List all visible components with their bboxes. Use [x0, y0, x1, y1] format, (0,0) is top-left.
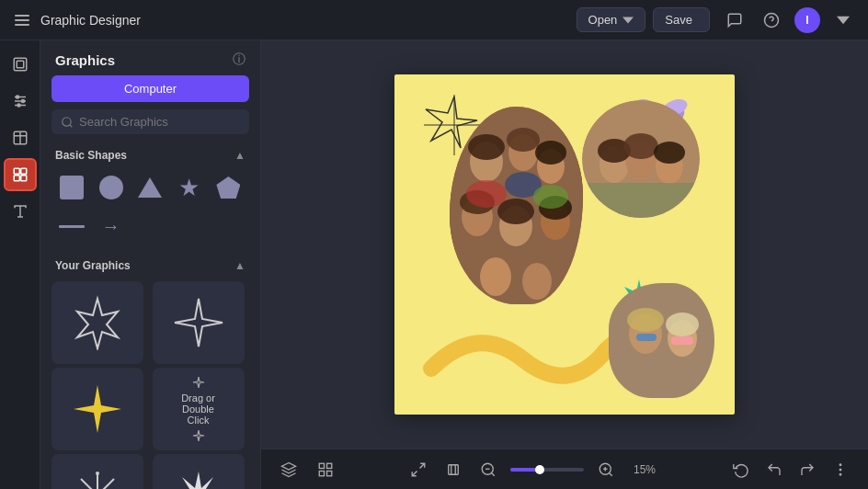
topbar: Graphic Designer Open Save I: [0, 0, 868, 40]
bottombar: 15%: [261, 449, 868, 489]
left-panel: Graphics ⓘ Computer Basic Shapes ▲ ★ → Y…: [40, 40, 261, 489]
svg-line-90: [491, 472, 494, 475]
zoom-out-icon[interactable]: [475, 457, 501, 483]
zoom-in-icon[interactable]: [593, 457, 619, 483]
topbar-center: Open Save: [577, 7, 710, 32]
graphic-item-tooltip[interactable]: Drag or Double Click: [153, 368, 245, 450]
svg-point-52: [468, 134, 505, 160]
search-input[interactable]: [79, 115, 240, 129]
graphic-item-star2[interactable]: [153, 281, 245, 364]
svg-rect-77: [636, 334, 657, 341]
topbar-left: Graphic Designer: [11, 11, 565, 29]
svg-marker-21: [77, 299, 118, 348]
shapes-grid: ★ →: [40, 167, 260, 254]
svg-rect-80: [319, 463, 324, 468]
svg-point-75: [627, 308, 664, 332]
svg-point-68: [654, 142, 685, 164]
svg-marker-23: [74, 385, 121, 433]
svg-rect-13: [14, 168, 19, 174]
tab-row: Computer: [40, 75, 260, 109]
svg-rect-86: [449, 464, 459, 474]
canvas-wrapper[interactable]: [261, 40, 868, 449]
svg-marker-24: [193, 377, 204, 388]
svg-point-56: [497, 199, 534, 224]
app-title: Graphic Designer: [40, 13, 141, 28]
topbar-right: I: [721, 6, 857, 34]
expand-icon[interactable]: [405, 457, 431, 483]
chat-icon[interactable]: [721, 6, 748, 34]
zoom-control: [510, 468, 584, 472]
your-graphics-title: Your Graphics: [55, 259, 131, 272]
graphic-item-star3[interactable]: [51, 368, 143, 450]
reset-icon[interactable]: [728, 457, 754, 483]
shape-arrow[interactable]: →: [95, 210, 128, 243]
svg-point-67: [623, 133, 658, 159]
sliders-icon[interactable]: [4, 85, 37, 118]
svg-line-93: [609, 472, 611, 475]
graphic-item-star5[interactable]: [51, 454, 143, 489]
canvas[interactable]: [394, 74, 735, 415]
shape-line[interactable]: [55, 210, 88, 243]
panel-title: Graphics: [55, 52, 115, 68]
tab-computer[interactable]: Computer: [51, 75, 249, 102]
table-icon[interactable]: [4, 121, 37, 154]
photo-circle: [582, 100, 700, 218]
svg-point-7: [16, 96, 18, 98]
graphics-icon[interactable]: [4, 158, 37, 191]
svg-rect-14: [20, 168, 26, 174]
text-icon[interactable]: [4, 195, 37, 228]
main-area: Graphics ⓘ Computer Basic Shapes ▲ ★ → Y…: [0, 40, 868, 489]
canvas-area: 15%: [261, 40, 868, 489]
svg-rect-72: [609, 283, 714, 398]
svg-point-19: [63, 117, 71, 125]
your-graphics-chevron[interactable]: ▲: [234, 259, 246, 272]
graphic-tooltip: Drag or Double Click: [176, 376, 222, 442]
svg-rect-3: [17, 61, 24, 68]
shape-circle[interactable]: [95, 171, 128, 204]
search-bar: [51, 109, 249, 134]
undo-icon[interactable]: [761, 457, 787, 483]
layers-icon[interactable]: [4, 48, 37, 81]
avatar[interactable]: I: [794, 7, 820, 33]
svg-point-54: [535, 141, 566, 165]
shape-square[interactable]: [55, 171, 88, 204]
search-icon: [61, 116, 74, 129]
svg-point-51: [522, 263, 552, 300]
basic-shapes-title: Basic Shapes: [55, 149, 127, 162]
hamburger-button[interactable]: [11, 11, 33, 29]
more-icon[interactable]: [828, 457, 853, 483]
help-icon[interactable]: [758, 6, 785, 34]
grid-bottom-icon[interactable]: [313, 457, 338, 483]
svg-rect-16: [20, 176, 26, 181]
redo-icon[interactable]: [794, 457, 820, 483]
your-graphics-header: Your Graphics ▲: [40, 254, 260, 278]
svg-marker-22: [175, 299, 223, 347]
graphic-item-star6[interactable]: [153, 454, 245, 489]
save-button[interactable]: Save: [653, 7, 710, 32]
zoom-percent: 15%: [628, 463, 661, 476]
expand-topbar-icon[interactable]: [829, 6, 857, 34]
svg-point-76: [666, 313, 699, 336]
graphic-item-star1[interactable]: [51, 281, 143, 364]
svg-point-50: [480, 257, 511, 296]
svg-line-85: [412, 471, 417, 475]
photo-blob-2: [609, 283, 714, 398]
svg-point-53: [507, 128, 540, 152]
zoom-slider[interactable]: [510, 468, 584, 472]
shape-triangle[interactable]: [133, 171, 166, 204]
open-button[interactable]: Open: [577, 7, 646, 32]
bottombar-center: 15%: [405, 457, 661, 483]
svg-rect-15: [14, 176, 19, 181]
svg-rect-82: [319, 471, 324, 475]
photo-blob-1: [450, 107, 583, 304]
svg-point-60: [533, 185, 568, 209]
shape-star[interactable]: ★: [173, 171, 206, 204]
shape-pentagon[interactable]: [211, 171, 245, 204]
info-icon[interactable]: ⓘ: [233, 51, 246, 68]
fit-icon[interactable]: [440, 457, 466, 483]
iconbar: [0, 40, 40, 489]
basic-shapes-chevron[interactable]: ▲: [234, 149, 246, 162]
svg-rect-83: [327, 471, 332, 475]
layers-bottom-icon[interactable]: [276, 457, 302, 483]
svg-line-20: [70, 124, 73, 127]
